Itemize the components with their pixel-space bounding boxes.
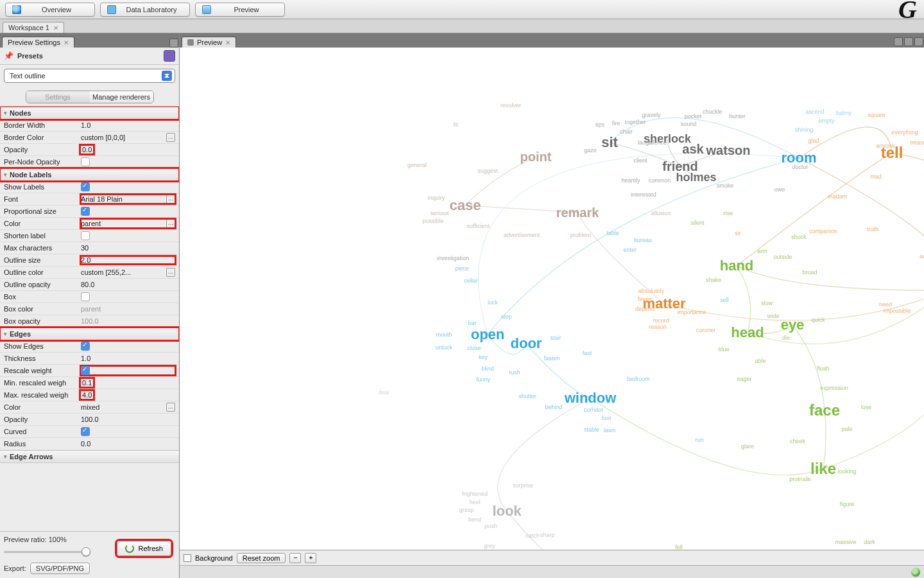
prop-outline-size[interactable]: Outline size2.0 (0, 254, 179, 267)
graph-word-small: flush (817, 365, 829, 372)
save-preset-button[interactable] (164, 50, 175, 62)
prop-min-rescaled[interactable]: Min. rescaled weigh0.1 (0, 377, 179, 389)
table-icon (107, 5, 116, 14)
section-head-node-labels[interactable]: ▾Node Labels (0, 168, 179, 181)
graph-word-small: serious (430, 210, 449, 216)
section-head-edges[interactable]: ▾Edges (0, 328, 179, 340)
ellipsis-button[interactable]: … (166, 219, 175, 228)
prop-radius[interactable]: Radius0.0 (0, 438, 179, 450)
prop-outline-opacity[interactable]: Outline opacity80.0 (0, 279, 179, 291)
zoom-in-button[interactable]: + (305, 553, 316, 563)
dock-button[interactable] (894, 37, 903, 46)
ellipsis-button[interactable]: … (166, 195, 175, 204)
graph-word-small: deal (378, 389, 389, 396)
prop-thickness[interactable]: Thickness1.0 (0, 353, 179, 365)
prop-proportional-size[interactable]: Proportional size (0, 206, 179, 218)
close-icon[interactable]: ✕ (64, 39, 69, 46)
graph-word-small: gravely (642, 112, 660, 118)
overview-button[interactable]: Overview (5, 3, 95, 17)
disclose-icon: ▾ (4, 453, 7, 460)
checkbox[interactable] (81, 231, 90, 240)
prop-per-node-opacity[interactable]: Per-Node Opacity (0, 156, 179, 168)
checkbox[interactable] (81, 157, 90, 166)
graph-word-small: investigation (437, 255, 469, 261)
prop-font[interactable]: FontArial 18 Plain… (0, 193, 179, 206)
graph-word-small: broad (802, 269, 817, 276)
slider-thumb[interactable] (81, 547, 90, 556)
graph-word-small: revolver (501, 102, 521, 109)
checkbox[interactable] (81, 342, 90, 351)
prop-edge-color[interactable]: Colormixed… (0, 401, 179, 414)
section-head-edge-arrows[interactable]: ▾Edge Arrows (0, 450, 179, 463)
graph-word: window (565, 390, 617, 407)
export-button[interactable]: SVG/PDF/PNG (30, 563, 90, 574)
tab-settings[interactable]: Settings (26, 91, 90, 103)
prop-box[interactable]: Box (0, 291, 179, 303)
checkbox[interactable] (81, 427, 90, 436)
graph-word-small: possible (422, 218, 443, 224)
prop-box-color[interactable]: Box colorparent (0, 303, 179, 315)
preview-button[interactable]: Preview (195, 3, 285, 17)
settings-tabs[interactable]: Settings Manage renderers (26, 91, 154, 103)
preset-select[interactable]: Text outline (4, 69, 175, 83)
ellipsis-button[interactable]: … (166, 268, 175, 277)
graph-word: holmes (676, 171, 716, 184)
checkbox[interactable] (81, 182, 90, 191)
graph-word-small: looking (838, 468, 857, 475)
graph-canvas[interactable]: sitsherlockaskwatsonfriendholmespointcas… (180, 48, 924, 550)
preview-settings-tab[interactable]: Preview Settings ✕ (2, 37, 74, 48)
graph-word-small: stable (584, 426, 599, 433)
checkbox[interactable] (81, 366, 90, 375)
graph-word-small: need (879, 301, 892, 308)
graph-word: like (810, 460, 836, 478)
graph-word-small: allusion (651, 210, 671, 216)
prop-shorten-label[interactable]: Shorten label (0, 230, 179, 242)
prop-rescale-weight[interactable]: Rescale weight (0, 365, 179, 377)
graph-word-small: run (695, 437, 703, 443)
prop-show-labels[interactable]: Show Labels (0, 181, 179, 193)
checkbox[interactable] (81, 207, 90, 216)
zoom-out-button[interactable]: − (289, 553, 301, 563)
workspace-tab[interactable]: Workspace 1 ✕ (3, 22, 64, 33)
graph-word: head (731, 324, 764, 341)
graph-word-small: pocket (685, 113, 702, 119)
graph-word-small: client (633, 157, 647, 164)
prop-color[interactable]: Colorparent… (0, 218, 179, 230)
graph-word-small: mad (870, 173, 882, 180)
prop-border-width[interactable]: Border Width1.0 (0, 119, 179, 132)
dock-button[interactable] (914, 37, 923, 46)
prop-outline-color[interactable]: Outline colorcustom [255,2...… (0, 267, 179, 279)
prop-box-opacity[interactable]: Box opacity100.0 (0, 315, 179, 328)
monitor-icon (202, 5, 211, 14)
prop-max-characters[interactable]: Max characters30 (0, 242, 179, 254)
checkbox[interactable] (81, 292, 90, 301)
preview-ratio-slider[interactable] (4, 546, 90, 557)
ellipsis-button[interactable]: … (166, 133, 175, 142)
graph-word-small: finger (638, 296, 653, 302)
ellipsis-button[interactable]: … (166, 403, 175, 412)
prop-show-edges[interactable]: Show Edges (0, 340, 179, 353)
graph-word-small: massive (835, 539, 856, 545)
tab-manage-renderers[interactable]: Manage renderers (90, 91, 153, 103)
graph-word-small: able (755, 358, 766, 364)
dock-button[interactable] (169, 39, 178, 48)
graph-word-small: cellar (464, 277, 478, 284)
close-icon[interactable]: ✕ (53, 24, 58, 31)
preview-panel-tab[interactable]: Preview ✕ (182, 37, 236, 48)
close-icon[interactable]: ✕ (225, 39, 230, 46)
dock-button[interactable] (904, 37, 913, 46)
graph-word-small: suggest (477, 168, 498, 174)
graph-word-small: figure (840, 501, 855, 507)
prop-border-color[interactable]: Border Colorcustom [0,0,0]… (0, 132, 179, 144)
refresh-button[interactable]: Refresh (117, 541, 171, 556)
graph-word-small: inquiry (428, 195, 445, 201)
prop-curved[interactable]: Curved (0, 426, 179, 438)
prop-opacity[interactable]: Opacity0.0 (0, 144, 179, 156)
background-checkbox[interactable] (184, 554, 191, 562)
section-head-nodes[interactable]: ▾Nodes (0, 107, 179, 119)
reset-zoom-button[interactable]: Reset zoom (237, 553, 286, 563)
prop-max-rescaled[interactable]: Max. rescaled weigh4.0 (0, 389, 179, 401)
data-laboratory-button[interactable]: Data Laboratory (100, 3, 190, 17)
disclose-icon: ▾ (4, 171, 7, 178)
prop-edge-opacity[interactable]: Opacity100.0 (0, 414, 179, 426)
